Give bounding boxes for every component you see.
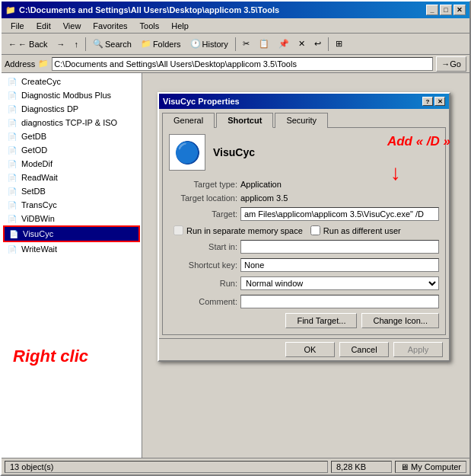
folders-button[interactable]: 📁 Folders <box>137 36 185 53</box>
file-item-createcyc[interactable]: 📄 CreateCyc <box>3 75 140 88</box>
file-item-getod[interactable]: 📄 GetOD <box>3 143 140 157</box>
file-item-label: SetDB <box>21 187 46 196</box>
dialog-title-text: VisuCyc Properties <box>163 97 240 106</box>
status-count: 13 object(s) <box>5 461 328 473</box>
search-icon: 🔍 <box>93 39 103 49</box>
app-icon-image: 🔵 <box>174 140 201 165</box>
close-button[interactable]: ✕ <box>453 5 466 15</box>
shortcut-key-row: Shortcut key: <box>169 258 439 272</box>
forward-button[interactable]: → <box>53 36 69 53</box>
history-button[interactable]: 🕐 History <box>186 36 232 53</box>
folders-icon: 📁 <box>141 39 151 49</box>
dialog-footer: OK Cancel Apply <box>159 338 449 360</box>
separator-2 <box>235 37 236 51</box>
status-bar: 13 object(s) 8,28 KB 🖥 My Computer <box>2 458 469 474</box>
toolbar: ← ← Back → ↑ 🔍 Search 📁 Folders 🕐 Histor… <box>2 34 469 55</box>
target-input[interactable] <box>240 207 439 221</box>
go-label: Go <box>450 59 461 69</box>
back-button[interactable]: ← ← Back <box>5 36 52 53</box>
start-in-row: Start in: <box>169 240 439 254</box>
cut-button[interactable]: ✂ <box>239 36 253 53</box>
comment-input[interactable] <box>240 295 439 308</box>
views-button[interactable]: ⊞ <box>332 36 346 53</box>
target-location-value: applicom 3.5 <box>240 193 288 203</box>
run-label: Run: <box>169 279 237 288</box>
find-target-button[interactable]: Find Target... <box>285 313 357 328</box>
file-item-visucyc[interactable]: 📄 VisuCyc <box>3 225 140 242</box>
run-select[interactable]: Normal window Minimized Maximized <box>240 276 439 290</box>
file-item-getdb[interactable]: 📄 GetDB <box>3 129 140 143</box>
add-d-arrow: ↓ <box>390 161 401 185</box>
comment-label: Comment: <box>169 297 237 306</box>
change-icon-button[interactable]: Change Icon... <box>361 313 439 328</box>
file-item-diagnostic-modbus[interactable]: 📄 Diagnostic Modbus Plus <box>3 88 140 102</box>
file-item-transcyc[interactable]: 📄 TransCyc <box>3 198 140 212</box>
delete-button[interactable]: ✕ <box>294 36 309 53</box>
ok-button[interactable]: OK <box>285 342 335 357</box>
paste-icon: 📌 <box>278 39 289 49</box>
go-button[interactable]: → Go <box>436 56 466 72</box>
app-header: 🔵 VisuCyc Add « /D » ↓ <box>169 134 439 171</box>
copy-icon: 📋 <box>259 39 269 49</box>
search-button[interactable]: 🔍 Search <box>89 36 135 53</box>
dialog-close-button[interactable]: ✕ <box>434 97 445 106</box>
file-icon: 📄 <box>6 89 18 101</box>
paste-button[interactable]: 📌 <box>275 36 293 53</box>
cancel-button[interactable]: Cancel <box>339 342 389 357</box>
file-item-label: ViDBWin <box>21 214 55 223</box>
dialog-help-button[interactable]: ? <box>422 97 433 106</box>
minimize-button[interactable]: _ <box>426 5 438 15</box>
delete-icon: ✕ <box>298 39 305 49</box>
target-label: Target: <box>169 209 237 219</box>
file-item-modedif[interactable]: 📄 ModeDif <box>3 157 140 171</box>
up-button[interactable]: ↑ <box>71 36 83 53</box>
menu-file[interactable]: File <box>5 20 30 32</box>
run-as-user-checkbox[interactable] <box>310 225 320 235</box>
file-icon: 📄 <box>6 185 18 197</box>
file-icon: 📄 <box>6 171 18 184</box>
back-label: ← Back <box>18 40 48 49</box>
file-item-label: Diagnostics DP <box>21 104 78 113</box>
copy-button[interactable]: 📋 <box>255 36 273 53</box>
address-input[interactable]: C:\Documents and Settings\All Users\Desk… <box>52 57 433 71</box>
dialog-tab-content: 🔵 VisuCyc Add « /D » ↓ Target type: Appl… <box>162 127 446 335</box>
run-as-user-checkbox-label[interactable]: Run as different user <box>310 225 401 235</box>
file-item-readwait[interactable]: 📄 ReadWait <box>3 171 140 184</box>
address-label: Address <box>5 59 35 69</box>
undo-button[interactable]: ↩ <box>310 36 325 53</box>
tab-general[interactable]: General <box>162 113 215 128</box>
action-buttons-row: Find Target... Change Icon... <box>169 313 439 328</box>
file-item-label: ReadWait <box>21 173 58 182</box>
file-item-writewait[interactable]: 📄 WriteWait <box>3 242 140 256</box>
tab-shortcut[interactable]: Shortcut <box>216 113 273 128</box>
file-icon: 📄 <box>6 199 18 211</box>
history-label: History <box>202 40 228 49</box>
target-location-row: Target location: applicom 3.5 <box>169 193 439 203</box>
menu-help[interactable]: Help <box>165 20 195 32</box>
shortcut-key-input[interactable] <box>240 258 439 272</box>
address-bar: Address 📁 C:\Documents and Settings\All … <box>2 55 469 73</box>
file-item-diagnostics-tcp[interactable]: 📄 diagnostics TCP-IP & ISO <box>3 116 140 129</box>
search-label: Search <box>105 40 132 49</box>
main-area: 📄 CreateCyc 📄 Diagnostic Modbus Plus 📄 D… <box>2 73 469 458</box>
menu-tools[interactable]: Tools <box>134 20 166 32</box>
file-item-diagnostics-dp[interactable]: 📄 Diagnostics DP <box>3 102 140 116</box>
file-item-setdb[interactable]: 📄 SetDB <box>3 184 140 198</box>
file-item-label: WriteWait <box>21 244 57 254</box>
start-in-input[interactable] <box>240 240 439 254</box>
apply-button[interactable]: Apply <box>393 342 443 357</box>
file-icon: 📄 <box>8 228 20 240</box>
run-separate-checkbox[interactable] <box>173 225 183 235</box>
run-as-user-label: Run as different user <box>323 226 401 235</box>
file-item-vidbwin[interactable]: 📄 ViDBWin <box>3 212 140 225</box>
views-icon: ⊞ <box>336 39 342 49</box>
menu-view[interactable]: View <box>57 20 88 32</box>
target-type-value: Application <box>240 180 282 189</box>
menu-favorites[interactable]: Favorites <box>87 20 133 32</box>
run-separate-checkbox-label[interactable]: Run in separate memory space <box>173 225 303 235</box>
maximize-button[interactable]: □ <box>440 5 452 15</box>
tab-security[interactable]: Security <box>275 113 328 128</box>
file-list[interactable]: 📄 CreateCyc 📄 Diagnostic Modbus Plus 📄 D… <box>2 73 142 458</box>
run-row: Run: Normal window Minimized Maximized <box>169 276 439 290</box>
menu-edit[interactable]: Edit <box>30 20 57 32</box>
